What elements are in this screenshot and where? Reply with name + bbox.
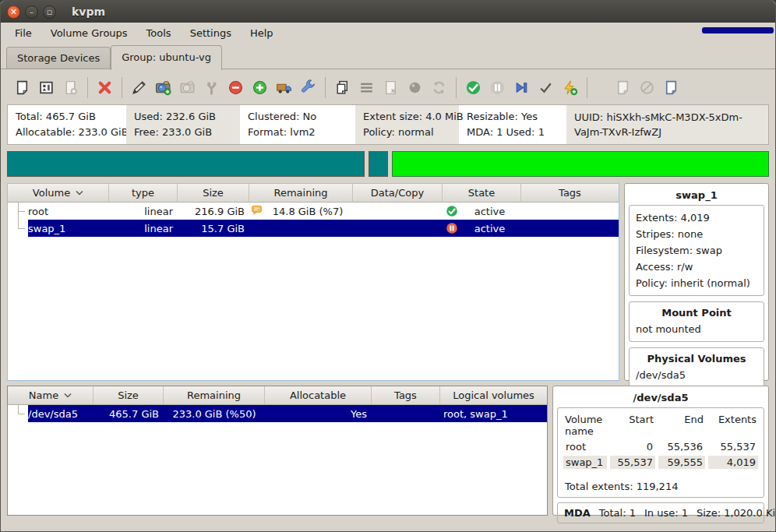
info-resizable: Resizable: Yes (467, 109, 559, 125)
col-allocatable[interactable]: Allocatable (265, 386, 372, 405)
physical-volumes-value: /dev/sda5 (636, 367, 757, 383)
logical-volume-table: Volume type Size Remaining Data/Copy Sta… (7, 183, 619, 381)
clone-volume-button (58, 76, 83, 100)
col-name[interactable]: Name (8, 386, 93, 405)
col-state[interactable]: State (443, 184, 521, 203)
reduce-volume-button[interactable] (224, 76, 248, 100)
mount-point-heading: Mount Point (636, 307, 757, 319)
detail-access: Access: r/w (636, 259, 757, 275)
snapshot-camera-add-icon (155, 79, 171, 96)
sphere-button (403, 76, 427, 100)
activate-volume-button[interactable] (461, 76, 485, 100)
physical-volume-table: Name Size Remaining Allocatable Tags Log… (7, 386, 548, 516)
tab-group-ubuntu-vg[interactable]: Group: ubuntu-vg (111, 45, 222, 70)
ext-row-extents: 55,537 (708, 440, 758, 453)
col-type[interactable]: type (109, 184, 178, 203)
col-pv-tags[interactable]: Tags (372, 386, 440, 405)
mda-label: MDA (564, 507, 591, 519)
physical-volumes-heading: Physical Volumes (636, 353, 757, 365)
delete-volume-button[interactable] (93, 76, 117, 100)
col-remaining[interactable]: Remaining (249, 184, 353, 203)
col-tags[interactable]: Tags (521, 184, 619, 203)
info-clustered-format: Clustered: No Format: lvm2 (240, 105, 355, 144)
window-close-button[interactable]: ✕ (7, 5, 20, 19)
pv-row-sda5[interactable]: /dev/sda5 465.7 GiB 233.0 GiB (%50) Yes … (8, 405, 547, 422)
menu-settings[interactable]: Settings (181, 23, 241, 43)
prohibit-button (635, 76, 659, 100)
mount-point-value: not mounted (636, 321, 757, 337)
new-volume-button[interactable] (10, 76, 34, 100)
attributes-menu-button[interactable] (354, 76, 379, 100)
col-data-copy[interactable]: Data/Copy (353, 184, 443, 203)
pv-size: 465.7 GiB (93, 408, 164, 420)
toolbar-separator (122, 77, 122, 98)
state-active-check-icon (446, 205, 458, 217)
tab-storage-devices[interactable]: Storage Devices (6, 47, 111, 69)
usage-segment-root[interactable] (7, 151, 365, 177)
move-volume-button[interactable] (272, 76, 296, 100)
ext-row-name: root (563, 440, 607, 453)
document-blue-button[interactable] (659, 76, 683, 100)
window-title: kvpm (72, 5, 105, 18)
col-size[interactable]: Size (178, 184, 249, 203)
pv-table-header: Name Size Remaining Allocatable Tags Log… (8, 386, 547, 405)
col-volume-label: Volume (33, 187, 70, 199)
menu-help[interactable]: Help (241, 23, 283, 43)
menubar: File Volume Groups Tools Settings Help (1, 23, 775, 44)
info-resizable-mda: Resizable: Yes MDA: 1 Used: 1 (459, 105, 566, 144)
ext-row-extents: 4,019 (708, 456, 758, 469)
col-volume[interactable]: Volume (8, 184, 109, 203)
mda-box: MDA Total: 1 In use: 1 Size: 1,020.0 KiB (557, 502, 764, 523)
sort-chevron-icon (76, 190, 83, 196)
physical-volumes-region: Name Size Remaining Allocatable Tags Log… (7, 386, 769, 516)
info-extent-size: Extent size: 4.0 MiB (363, 109, 451, 125)
menu-tools[interactable]: Tools (137, 23, 181, 43)
vg-usage-bar (7, 151, 769, 177)
menu-file[interactable]: File (5, 23, 41, 43)
usage-segment-swap[interactable] (369, 151, 388, 177)
lv-row-swap[interactable]: swap_1 linear 15.7 GiB active (8, 220, 619, 237)
document-blue-icon (663, 79, 679, 96)
verify-button[interactable] (534, 76, 558, 100)
sort-chevron-icon (64, 393, 72, 398)
merge-snapshot-button (175, 76, 199, 100)
window-maximize-button[interactable]: ▫ (43, 5, 56, 19)
duplicate-button[interactable] (330, 76, 354, 100)
ext-row-start: 55,537 (610, 456, 655, 469)
window-minimize-button[interactable]: – (25, 5, 38, 19)
change-filesystem-button[interactable] (296, 76, 320, 100)
info-policy: Policy: normal (363, 125, 451, 140)
total-extents: Total extents: 119,214 (563, 480, 758, 493)
create-snapshot-button[interactable] (151, 76, 175, 100)
lv-state: active (458, 223, 521, 234)
rename-volume-button[interactable] (127, 76, 151, 100)
info-free: Free: 233.0 GiB (134, 125, 232, 140)
lv-row-root[interactable]: root linear 216.9 GiB 14.8 GiB (%7) acti… (8, 203, 619, 220)
properties-button[interactable] (34, 76, 58, 100)
extents-table: Volume name Start End Extents root 0 55,… (563, 413, 758, 469)
sphere-icon (407, 79, 423, 96)
lv-size: 15.7 GiB (178, 223, 249, 234)
col-pv-remaining[interactable]: Remaining (164, 386, 265, 405)
remove-missing-button (379, 76, 403, 100)
info-allocatable: Allocatable: 233.0 GiB (16, 125, 118, 140)
menu-volume-groups[interactable]: Volume Groups (41, 23, 137, 43)
reduce-minus-icon (228, 79, 244, 96)
mda-in-use: In use: 1 (644, 507, 688, 519)
lv-state: active (458, 206, 521, 217)
ext-row-start: 0 (610, 440, 655, 453)
device-detail-panel: /dev/sda5 Volume name Start End Extents … (552, 386, 769, 516)
col-pv-size[interactable]: Size (93, 386, 164, 405)
device-panel-title: /dev/sda5 (557, 389, 764, 407)
skip-next-button[interactable] (510, 76, 534, 100)
toolbar-separator (87, 77, 88, 98)
extend-volume-button[interactable] (248, 76, 272, 100)
info-total: Total: 465.7 GiB (16, 109, 118, 125)
lv-type: linear (109, 223, 178, 234)
usage-segment-free[interactable] (392, 151, 769, 177)
col-logical-volumes[interactable]: Logical volumes (440, 386, 547, 405)
detail-policy: Policy: inherit (normal) (636, 275, 757, 291)
toolbar-separator (587, 77, 587, 98)
info-uuid: UUID: hiSXkh-sMkC-M3DX-5xDm-VaJm-TXvR-Iz… (566, 105, 768, 144)
add-flash-button[interactable] (558, 76, 582, 100)
